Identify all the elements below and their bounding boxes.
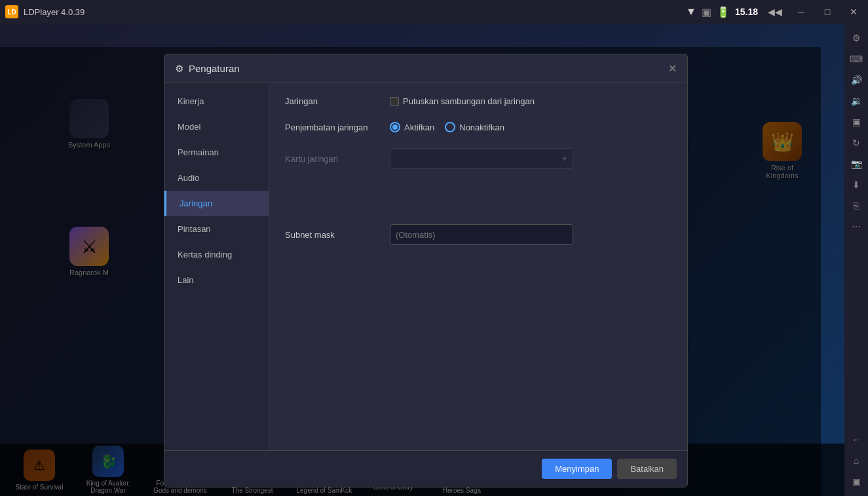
- app-title: LDPlayer 4.0.39: [24, 7, 85, 17]
- battery-icon: 🔋: [717, 6, 730, 18]
- settings-footer: Menyimpan Batalkan: [164, 450, 687, 487]
- radio-nonaktifkan-label: Nonaktifkan: [459, 123, 504, 132]
- nav-model[interactable]: Model: [164, 114, 269, 140]
- sidebar-settings-icon[interactable]: ⚙: [847, 29, 865, 47]
- sidebar-more-icon[interactable]: ⋯: [847, 218, 865, 236]
- title-bar-left: LD LDPlayer 4.0.39: [5, 5, 85, 18]
- kartu-jaringan-control: ▼: [390, 148, 671, 169]
- subnet-mask-input[interactable]: [390, 224, 573, 245]
- settings-dialog: ⚙ Pengaturan ✕ Kinerja Model Permainan A…: [164, 54, 688, 487]
- nav-permainan[interactable]: Permainan: [164, 140, 269, 165]
- kartu-jaringan-label: Kartu jaringan: [285, 154, 390, 164]
- kartu-jaringan-dropdown[interactable]: ▼: [390, 148, 573, 169]
- nav-pintasan[interactable]: Pintasan: [164, 216, 269, 242]
- wifi-icon: ▼: [686, 6, 696, 18]
- penjembatan-radio-group: Aktifkan Nonaktifkan: [390, 122, 504, 132]
- sidebar-volume-up-icon[interactable]: 🔊: [847, 71, 865, 89]
- radio-aktifkan-btn[interactable]: [390, 122, 400, 132]
- subnet-mask-control: [390, 224, 671, 245]
- sidebar-copy-icon[interactable]: ⎘: [847, 197, 865, 215]
- save-button[interactable]: Menyimpan: [542, 459, 612, 479]
- status-bar: ▼ ▣ 🔋 15.18: [686, 6, 758, 18]
- back-btn[interactable]: ◀◀: [766, 3, 784, 21]
- sidebar-screen-record-icon[interactable]: ▣: [847, 113, 865, 131]
- nav-lain[interactable]: Lain: [164, 267, 269, 293]
- minimize-btn[interactable]: ─: [792, 3, 810, 21]
- cancel-button[interactable]: Batalkan: [617, 459, 677, 479]
- spacer-area: [285, 185, 671, 224]
- jaringan-checkbox[interactable]: [390, 97, 399, 106]
- sidebar-rotate-icon[interactable]: ↻: [847, 134, 865, 152]
- close-btn[interactable]: ✕: [844, 3, 863, 21]
- settings-title: Pengaturan: [189, 63, 240, 74]
- right-sidebar: ⚙ ⌨ 🔊 🔉 ▣ ↻ 📷 ⬇ ⎘ ⋯ ← ⌂ ▣: [844, 24, 868, 496]
- sidebar-apk-icon[interactable]: ⬇: [847, 176, 865, 194]
- radio-aktifkan-label: Aktifkan: [404, 123, 434, 132]
- penjembatan-control: Aktifkan Nonaktifkan: [390, 122, 671, 132]
- jaringan-label: Jaringan: [285, 96, 390, 106]
- jaringan-control: Putuskan sambungan dari jaringan: [390, 96, 671, 106]
- kartu-jaringan-select[interactable]: [390, 148, 573, 169]
- radio-nonaktifkan-btn[interactable]: [445, 122, 455, 132]
- title-bar-controls: ▼ ▣ 🔋 15.18 ◀◀ ─ □ ✕: [686, 3, 863, 21]
- settings-gear-icon: ⚙: [175, 63, 183, 75]
- jaringan-checkbox-label: Putuskan sambungan dari jaringan: [403, 96, 535, 106]
- sidebar-camera-icon[interactable]: 📷: [847, 155, 865, 173]
- emulator-background: LD LDPlayer 4.0.39 ▼ ▣ 🔋 15.18 ◀◀ ─ □ ✕: [0, 0, 868, 496]
- nav-kertas-dinding[interactable]: Kertas dinding: [164, 242, 269, 267]
- settings-header-left: ⚙ Pengaturan: [175, 63, 240, 75]
- radio-nonaktifkan[interactable]: Nonaktifkan: [445, 122, 504, 132]
- jaringan-row: Jaringan Putuskan sambungan dari jaringa…: [285, 96, 671, 106]
- settings-overlay: ⚙ Pengaturan ✕ Kinerja Model Permainan A…: [0, 47, 821, 496]
- status-time: 15.18: [735, 7, 758, 17]
- penjembatan-label: Penjembatan jaringan: [285, 123, 390, 132]
- penjembatan-row: Penjembatan jaringan Aktifkan: [285, 122, 671, 132]
- nav-jaringan[interactable]: Jaringan: [164, 191, 269, 216]
- radio-aktifkan[interactable]: Aktifkan: [390, 122, 434, 132]
- settings-header: ⚙ Pengaturan ✕: [164, 54, 687, 83]
- nav-audio[interactable]: Audio: [164, 165, 269, 191]
- desktop: System Apps ⚔ Ragnarok M 👑 Rise of Kingd…: [0, 24, 844, 496]
- title-bar: LD LDPlayer 4.0.39 ▼ ▣ 🔋 15.18 ◀◀ ─ □ ✕: [0, 0, 868, 24]
- nav-kinerja[interactable]: Kinerja: [164, 88, 269, 114]
- app-logo: LD: [5, 5, 18, 18]
- jaringan-checkbox-wrapper[interactable]: Putuskan sambungan dari jaringan: [390, 96, 535, 106]
- settings-close-btn[interactable]: ✕: [668, 62, 677, 75]
- settings-nav: Kinerja Model Permainan Audio Jaringan P…: [164, 83, 269, 450]
- sidebar-back-icon[interactable]: ←: [847, 430, 865, 449]
- sidebar-keyboard-icon[interactable]: ⌨: [847, 50, 865, 68]
- settings-content: Jaringan Putuskan sambungan dari jaringa…: [269, 83, 687, 450]
- maximize-btn[interactable]: □: [818, 3, 837, 21]
- dropdown-arrow-icon: ▼: [561, 155, 568, 162]
- subnet-mask-row: Subnet mask: [285, 224, 671, 245]
- sidebar-home-icon[interactable]: ⌂: [847, 451, 865, 470]
- settings-body: Kinerja Model Permainan Audio Jaringan P…: [164, 83, 687, 450]
- kartu-jaringan-row: Kartu jaringan ▼: [285, 148, 671, 169]
- signal-icon: ▣: [702, 6, 711, 18]
- sidebar-volume-down-icon[interactable]: 🔉: [847, 92, 865, 110]
- subnet-mask-label: Subnet mask: [285, 230, 390, 240]
- sidebar-recent-icon[interactable]: ▣: [847, 472, 865, 491]
